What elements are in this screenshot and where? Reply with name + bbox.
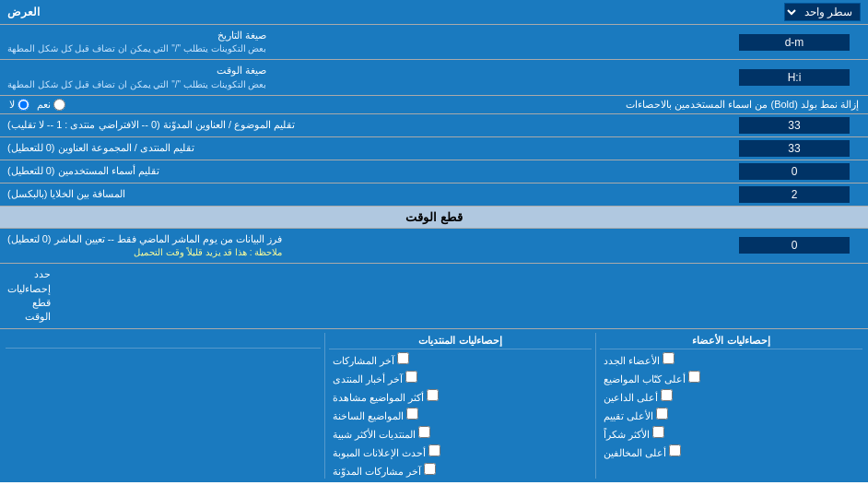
last-news-label[interactable]: آخر أخبار المنتدى bbox=[333, 371, 417, 385]
last-blog-label[interactable]: آخر مشاركات المدوّنة bbox=[333, 463, 436, 478]
stats-title-row: حدد إحصاءليات قطع الوقت bbox=[0, 264, 868, 329]
forums-stats-col: إحصاءليات المنتديات آخر المشاركات آخر أخ… bbox=[329, 333, 592, 479]
checkbox-item: آخر المشاركات bbox=[329, 351, 592, 368]
hot-topics-label[interactable]: المواضيع الساخنة bbox=[333, 408, 418, 422]
display-select[interactable]: سطر واحد سطرين ثلاثة أسطر bbox=[784, 3, 861, 21]
latest-ads-label[interactable]: أحدث الإعلانات المبوبة bbox=[333, 444, 440, 459]
cell-gap-input-cell: 2 bbox=[721, 183, 868, 206]
forum-group-input[interactable]: 33 bbox=[739, 140, 850, 157]
stats-label-col bbox=[6, 333, 321, 479]
checkbox-item: الأعلى تقييم bbox=[600, 407, 862, 423]
stats-title-label bbox=[58, 264, 868, 328]
members-new-checkbox[interactable] bbox=[663, 352, 674, 364]
user-names-input-cell: 0 bbox=[721, 160, 868, 183]
time-cut-input[interactable]: 0 bbox=[739, 237, 850, 254]
user-names-label: تقليم أسماء المستخدمين (0 للتعطيل) bbox=[0, 160, 721, 183]
checkbox-item: أعلى كتّاب المواضيع bbox=[600, 370, 862, 386]
members-stats-header: إحصاءليات الأعضاء bbox=[600, 333, 862, 349]
checkbox-item: المنتديات الأكثر شبية bbox=[329, 425, 592, 442]
bold-radio-group: نعم لا bbox=[9, 99, 65, 111]
checkbox-item: آخر أخبار المنتدى bbox=[329, 370, 592, 386]
time-format-input-cell: H:i bbox=[721, 60, 868, 94]
similar-forums-label[interactable]: المنتديات الأكثر شبية bbox=[333, 426, 430, 441]
checkbox-item: أعلى المخالفين bbox=[600, 444, 862, 460]
col-divider-2 bbox=[324, 333, 325, 479]
last-posts-label[interactable]: آخر المشاركات bbox=[333, 352, 409, 367]
bold-no-radio[interactable] bbox=[18, 99, 29, 111]
last-blog-checkbox[interactable] bbox=[424, 463, 436, 475]
header-row: سطر واحد سطرين ثلاثة أسطر العرض bbox=[0, 0, 868, 25]
col-divider bbox=[595, 333, 596, 479]
forum-title-label: تقليم الموضوع / العناوين المدوّنة (0 -- … bbox=[0, 114, 721, 136]
similar-forums-checkbox[interactable] bbox=[418, 426, 430, 438]
most-viewed-label[interactable]: أكثر المواضيع مشاهدة bbox=[333, 389, 439, 404]
forum-title-input[interactable]: 33 bbox=[739, 117, 850, 134]
time-format-input[interactable]: H:i bbox=[739, 69, 850, 86]
forum-group-label: تقليم المنتدى / المجموعة العناوين (0 للت… bbox=[0, 137, 721, 160]
checkbox-item: أعلى الداعين bbox=[600, 388, 862, 405]
checkbox-item: آخر مشاركات المدوّنة bbox=[329, 462, 592, 479]
top-rated-checkbox[interactable] bbox=[656, 408, 668, 420]
checkboxes-grid: إحصاءليات الأعضاء الأعضاء الجدد أعلى كتّ… bbox=[6, 333, 862, 479]
user-names-input[interactable]: 0 bbox=[739, 163, 850, 180]
forums-stats-header: إحصاءليات المنتديات bbox=[329, 333, 592, 349]
cell-gap-label: المسافة بين الخلايا (بالبكسل) bbox=[0, 183, 721, 206]
time-cut-label: فرز البيانات من يوم الماشر الماضي فقط --… bbox=[0, 229, 721, 263]
stats-title-text: حدد إحصاءليات قطع الوقت bbox=[0, 264, 58, 328]
checkbox-item: المواضيع الساخنة bbox=[329, 407, 592, 423]
top-inviters-checkbox[interactable] bbox=[661, 389, 673, 401]
cell-gap-row: 2 المسافة بين الخلايا (بالبكسل) bbox=[0, 183, 868, 207]
date-format-row: d-m صيغة التاريخ بعض التكوينات يتطلب "/"… bbox=[0, 25, 868, 60]
checkboxes-container: إحصاءليات الأعضاء الأعضاء الجدد أعلى كتّ… bbox=[0, 329, 868, 482]
time-format-row: H:i صيغة الوقت بعض التكوينات يتطلب "/" ا… bbox=[0, 60, 868, 95]
forum-title-input-cell: 33 bbox=[721, 114, 868, 136]
top-writers-label[interactable]: أعلى كتّاب المواضيع bbox=[604, 371, 700, 385]
last-news-checkbox[interactable] bbox=[405, 371, 417, 383]
user-names-row: 0 تقليم أسماء المستخدمين (0 للتعطيل) bbox=[0, 160, 868, 183]
members-new-label[interactable]: الأعضاء الجدد bbox=[604, 352, 674, 367]
last-posts-checkbox[interactable] bbox=[397, 352, 409, 364]
bold-radio-row: إزالة نمط بولد (Bold) من اسماء المستخدمي… bbox=[0, 96, 868, 114]
top-writers-checkbox[interactable] bbox=[688, 371, 700, 383]
most-thanked-label[interactable]: الأكثر شكراً bbox=[604, 426, 664, 441]
date-format-input-cell: d-m bbox=[721, 25, 868, 59]
top-inviters-label[interactable]: أعلى الداعين bbox=[604, 389, 673, 404]
members-stats-col: إحصاءليات الأعضاء الأعضاء الجدد أعلى كتّ… bbox=[600, 333, 862, 479]
checkbox-item: أحدث الإعلانات المبوبة bbox=[329, 444, 592, 460]
forum-group-input-cell: 33 bbox=[721, 137, 868, 160]
time-cut-input-cell: 0 bbox=[721, 229, 868, 263]
date-format-label: صيغة التاريخ بعض التكوينات يتطلب "/" الت… bbox=[0, 25, 721, 59]
latest-ads-checkbox[interactable] bbox=[428, 444, 440, 456]
top-violators-checkbox[interactable] bbox=[669, 444, 681, 456]
bold-no-label[interactable]: لا bbox=[9, 99, 29, 111]
stats-label-header bbox=[6, 333, 321, 349]
checkbox-item: الأعضاء الجدد bbox=[600, 351, 862, 368]
time-format-label: صيغة الوقت بعض التكوينات يتطلب "/" التي … bbox=[0, 60, 721, 94]
forum-group-row: 33 تقليم المنتدى / المجموعة العناوين (0 … bbox=[0, 137, 868, 160]
top-violators-label[interactable]: أعلى المخالفين bbox=[604, 444, 681, 459]
checkbox-item: الأكثر شكراً bbox=[600, 425, 862, 442]
most-thanked-checkbox[interactable] bbox=[652, 426, 664, 438]
bold-yes-label[interactable]: نعم bbox=[37, 99, 65, 111]
checkbox-item: أكثر المواضيع مشاهدة bbox=[329, 388, 592, 405]
date-format-input[interactable]: d-m bbox=[739, 34, 850, 51]
cell-gap-input[interactable]: 2 bbox=[739, 186, 850, 203]
bold-yes-radio[interactable] bbox=[53, 99, 65, 111]
time-cut-row: 0 فرز البيانات من يوم الماشر الماضي فقط … bbox=[0, 229, 868, 264]
top-rated-label[interactable]: الأعلى تقييم bbox=[604, 408, 668, 422]
hot-topics-checkbox[interactable] bbox=[406, 408, 418, 420]
bold-label: إزالة نمط بولد (Bold) من اسماء المستخدمي… bbox=[76, 99, 859, 111]
header-title: العرض bbox=[7, 6, 40, 18]
most-viewed-checkbox[interactable] bbox=[427, 389, 439, 401]
forum-title-row: 33 تقليم الموضوع / العناوين المدوّنة (0 … bbox=[0, 114, 868, 137]
time-section-header: قطع الوقت bbox=[0, 207, 868, 229]
